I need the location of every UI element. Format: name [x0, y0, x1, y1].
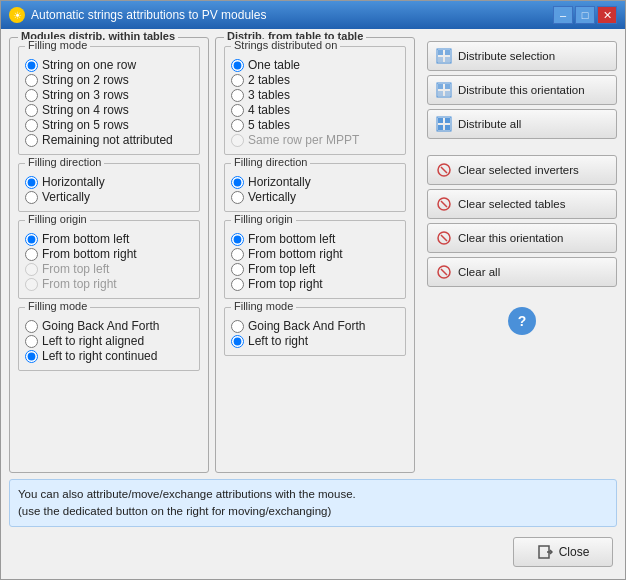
close-button-label: Close — [559, 545, 590, 559]
left-l2r-aligned-label[interactable]: Left to right aligned — [42, 334, 144, 348]
string-one-row-radio[interactable] — [25, 59, 38, 72]
three-tables-radio[interactable] — [231, 89, 244, 102]
left-top-right-radio[interactable] — [25, 278, 38, 291]
svg-rect-11 — [438, 118, 443, 123]
string-2rows-label[interactable]: String on 2 rows — [42, 73, 129, 87]
string-5rows-label[interactable]: String on 5 rows — [42, 118, 129, 132]
right-l2r-radio[interactable] — [231, 335, 244, 348]
list-item: From top right — [231, 277, 399, 291]
bottom-bar: Close — [9, 533, 617, 571]
same-row-mppt-label[interactable]: Same row per MPPT — [248, 133, 359, 147]
left-vertically-label[interactable]: Vertically — [42, 190, 90, 204]
list-item: Going Back And Forth — [25, 319, 193, 333]
minimize-button[interactable]: – — [553, 6, 573, 24]
right-bottom-left-label[interactable]: From bottom left — [248, 232, 335, 246]
left-filling-mode2-group: Filling mode Going Back And Forth Left t… — [18, 307, 200, 371]
list-item: One table — [231, 58, 399, 72]
left-vertically-radio[interactable] — [25, 191, 38, 204]
info-line1: You can also attribute/move/exchange att… — [18, 486, 608, 503]
right-bottom-right-label[interactable]: From bottom right — [248, 247, 343, 261]
list-item: Horizontally — [231, 175, 399, 189]
left-filling-origin-group: Filling origin From bottom left From bot… — [18, 220, 200, 299]
string-3rows-label[interactable]: String on 3 rows — [42, 88, 129, 102]
window-close-button[interactable]: ✕ — [597, 6, 617, 24]
svg-line-18 — [441, 201, 447, 207]
clear-all-button[interactable]: Clear all — [427, 257, 617, 287]
right-vertically-radio[interactable] — [231, 191, 244, 204]
three-tables-label[interactable]: 3 tables — [248, 88, 290, 102]
left-back-forth-label[interactable]: Going Back And Forth — [42, 319, 159, 333]
right-horizontally-radio[interactable] — [231, 176, 244, 189]
right-top-right-label[interactable]: From top right — [248, 277, 323, 291]
left-panel: Modules distrib. within tables Filling m… — [9, 37, 421, 473]
list-item: From bottom right — [25, 247, 193, 261]
string-4rows-radio[interactable] — [25, 104, 38, 117]
right-filling-mode-label: Filling mode — [231, 300, 296, 312]
five-tables-radio[interactable] — [231, 119, 244, 132]
title-bar-left: ☀ Automatic strings attributions to PV m… — [9, 7, 266, 23]
list-item: From bottom left — [25, 232, 193, 246]
clear-this-orientation-button[interactable]: Clear this orientation — [427, 223, 617, 253]
svg-line-16 — [441, 167, 447, 173]
remaining-not-attr-label[interactable]: Remaining not attributed — [42, 133, 173, 147]
help-button[interactable]: ? — [508, 307, 536, 335]
right-top-right-radio[interactable] — [231, 278, 244, 291]
right-back-forth-label[interactable]: Going Back And Forth — [248, 319, 365, 333]
list-item: 5 tables — [231, 118, 399, 132]
clear-selected-inverters-button[interactable]: Clear selected inverters — [427, 155, 617, 185]
right-l2r-label[interactable]: Left to right — [248, 334, 308, 348]
two-tables-radio[interactable] — [231, 74, 244, 87]
left-bottom-left-label[interactable]: From bottom left — [42, 232, 129, 246]
svg-rect-12 — [445, 118, 450, 123]
clear-orientation-icon — [436, 230, 452, 246]
right-bottom-left-radio[interactable] — [231, 233, 244, 246]
right-top-left-label[interactable]: From top left — [248, 262, 315, 276]
list-item: From top right — [25, 277, 193, 291]
four-tables-radio[interactable] — [231, 104, 244, 117]
svg-rect-13 — [438, 125, 443, 130]
left-top-left-radio[interactable] — [25, 263, 38, 276]
left-top-left-label[interactable]: From top left — [42, 262, 109, 276]
left-bottom-right-label[interactable]: From bottom right — [42, 247, 137, 261]
right-bottom-right-radio[interactable] — [231, 248, 244, 261]
five-tables-label[interactable]: 5 tables — [248, 118, 290, 132]
right-horizontally-label[interactable]: Horizontally — [248, 175, 311, 189]
four-tables-label[interactable]: 4 tables — [248, 103, 290, 117]
clear-selected-tables-button[interactable]: Clear selected tables — [427, 189, 617, 219]
right-filling-origin-group: Filling origin From bottom left From bot… — [224, 220, 406, 299]
one-table-radio[interactable] — [231, 59, 244, 72]
distribute-all-button[interactable]: Distribute all — [427, 109, 617, 139]
string-2rows-radio[interactable] — [25, 74, 38, 87]
string-one-row-label[interactable]: String on one row — [42, 58, 136, 72]
maximize-button[interactable]: □ — [575, 6, 595, 24]
svg-rect-14 — [445, 125, 450, 130]
right-filling-direction-label: Filling direction — [231, 156, 310, 168]
close-button[interactable]: Close — [513, 537, 613, 567]
left-top-right-label[interactable]: From top right — [42, 277, 117, 291]
right-top-left-radio[interactable] — [231, 263, 244, 276]
clear-all-icon — [436, 264, 452, 280]
action-buttons-panel: Distribute selection Distribute this ori… — [427, 37, 617, 473]
left-l2r-continued-radio[interactable] — [25, 350, 38, 363]
right-vertically-label[interactable]: Vertically — [248, 190, 296, 204]
left-bottom-right-radio[interactable] — [25, 248, 38, 261]
one-table-label[interactable]: One table — [248, 58, 300, 72]
left-horizontally-radio[interactable] — [25, 176, 38, 189]
same-row-mppt-radio[interactable] — [231, 134, 244, 147]
string-3rows-radio[interactable] — [25, 89, 38, 102]
two-tables-label[interactable]: 2 tables — [248, 73, 290, 87]
distribute-this-orientation-button[interactable]: Distribute this orientation — [427, 75, 617, 105]
left-l2r-aligned-radio[interactable] — [25, 335, 38, 348]
string-5rows-radio[interactable] — [25, 119, 38, 132]
remaining-not-attr-radio[interactable] — [25, 134, 38, 147]
left-back-forth-radio[interactable] — [25, 320, 38, 333]
string-4rows-label[interactable]: String on 4 rows — [42, 103, 129, 117]
spacer1 — [427, 143, 617, 151]
svg-line-22 — [441, 269, 447, 275]
left-horizontally-label[interactable]: Horizontally — [42, 175, 105, 189]
left-l2r-continued-label[interactable]: Left to right continued — [42, 349, 157, 363]
distribute-selection-icon — [436, 48, 452, 64]
left-bottom-left-radio[interactable] — [25, 233, 38, 246]
distribute-selection-button[interactable]: Distribute selection — [427, 41, 617, 71]
right-back-forth-radio[interactable] — [231, 320, 244, 333]
